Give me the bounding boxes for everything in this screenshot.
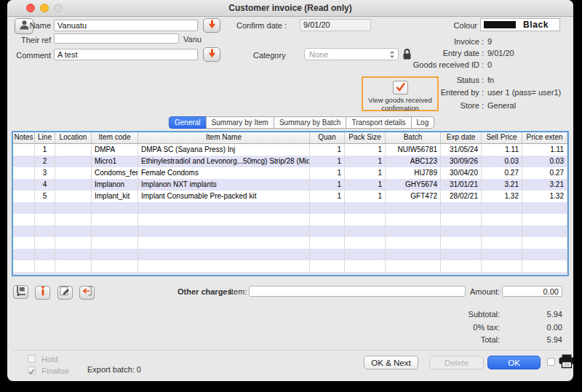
cell-pack-size (345, 272, 386, 276)
cell-sell-price: 0.03 (482, 156, 522, 167)
print-checkbox[interactable] (547, 358, 555, 366)
tax-label: 0% tax: (371, 323, 500, 332)
info-value-store: General (487, 101, 516, 110)
table-row-empty (13, 237, 567, 249)
cell-sell-price: 1.11 (482, 144, 522, 156)
column-header-pack-size[interactable]: Pack Size (345, 132, 386, 143)
cell-price-exten (522, 202, 567, 214)
printer-icon (558, 359, 573, 371)
view-goods-label-line2: confirmation (363, 104, 437, 112)
info-row: Entered by :user 1 (pass= user1) (7, 88, 573, 97)
column-header-quan[interactable]: Quan (310, 132, 345, 143)
export-batch-label: Export batch: 0 (87, 365, 141, 374)
cell-item-code: Micro1 (92, 156, 138, 167)
cell-notes (13, 272, 35, 276)
table-row[interactable]: 4ImplanonImplanon NXT implants11GHY56743… (13, 179, 567, 191)
transport-lines-button[interactable] (13, 285, 28, 299)
cell-price-exten: 1.32 (522, 191, 567, 202)
column-header-location[interactable]: Location (55, 132, 92, 143)
cell-notes (13, 214, 35, 225)
hold-checkbox[interactable] (28, 355, 36, 363)
arrow-into-door-icon (81, 286, 92, 299)
finalise-checkbox[interactable] (28, 367, 36, 375)
amount-label: Amount: (412, 287, 500, 296)
column-header-exp-date[interactable]: Exp date (441, 132, 482, 143)
cell-item-name: Female Condoms (138, 167, 310, 179)
amount-input[interactable] (502, 286, 562, 297)
column-header-sell-price[interactable]: Sell Price (482, 132, 522, 143)
cell-item-name: Implant Consumable Pre-packed kit (138, 191, 310, 202)
column-header-line[interactable]: Line (35, 132, 55, 143)
info-label-entry-date: Entry date : (298, 49, 484, 57)
hold-label: Hold (41, 355, 58, 364)
cell-line (35, 214, 55, 225)
tab-transport-details[interactable]: Transport details (346, 116, 411, 129)
info-row: Store :General (7, 101, 573, 111)
info-value-invoice: 9 (487, 37, 492, 46)
name-lookup-button[interactable] (203, 18, 220, 33)
table-row[interactable]: 5Implant_kitImplant Consumable Pre-packe… (13, 191, 567, 202)
colour-picker[interactable]: Black (480, 18, 560, 31)
tab-summary-by-item[interactable]: Summary by Item (206, 116, 274, 129)
column-header-item-name[interactable]: Item Name (138, 132, 310, 143)
table-row[interactable]: 1DMPADMPA SC (Sayana Press) Inj11NUIW567… (13, 144, 567, 156)
column-header-item-code[interactable]: Item code (92, 132, 138, 143)
table-row-empty (13, 202, 567, 214)
cell-batch (386, 272, 441, 276)
cell-item-name (138, 237, 310, 249)
minimize-button[interactable] (40, 4, 49, 12)
cell-sell-price (482, 225, 522, 237)
table-row[interactable]: 2Micro1Ethinylestradiol and Levonorg...5… (13, 156, 567, 167)
column-header-price-exten[interactable]: Price exten (522, 132, 567, 143)
cell-line: 3 (35, 167, 55, 179)
cell-quan (310, 225, 345, 237)
finalise-label: Finalise (41, 367, 69, 375)
cell-batch: GFT472 (386, 191, 441, 202)
cell-line: 2 (35, 156, 55, 167)
info-value-status: fn (487, 76, 494, 84)
cell-notes (13, 260, 35, 272)
info-value-goods-received-id: 0 (487, 60, 492, 69)
edit-line-button[interactable] (57, 286, 73, 300)
cell-item-name (138, 249, 310, 260)
info-label-invoice: Invoice : (298, 37, 484, 46)
cell-location (55, 260, 92, 272)
cell-quan: 1 (310, 191, 345, 202)
printer-button[interactable] (558, 354, 573, 372)
close-button[interactable] (26, 4, 35, 12)
info-row: Status :fn (7, 76, 573, 85)
cell-sell-price (482, 272, 522, 276)
cell-price-exten (522, 225, 567, 237)
cell-location (55, 144, 92, 156)
cell-batch: NUIW56781 (386, 144, 441, 156)
info-row: Goods received ID :0 (7, 60, 573, 70)
column-header-batch[interactable]: Batch (386, 132, 441, 143)
name-input[interactable] (54, 20, 198, 31)
cell-location (55, 272, 92, 276)
ok-button[interactable]: OK (487, 356, 541, 369)
cell-pack-size (345, 249, 386, 260)
cell-sell-price (482, 260, 522, 272)
table-header-row: NotesLineLocationItem codeItem NameQuanP… (13, 132, 567, 144)
cell-location (55, 202, 92, 214)
tab-log[interactable]: Log (411, 116, 435, 129)
goods-received-checkbox[interactable] (393, 81, 408, 95)
tab-general[interactable]: General (169, 116, 207, 129)
ok-next-button[interactable]: OK & Next (364, 356, 418, 369)
cell-pack-size: 1 (345, 179, 386, 191)
cell-sell-price: 3.21 (482, 179, 522, 191)
view-goods-received-button[interactable]: View goods received confirmation (362, 76, 439, 111)
confirm-date-field[interactable]: 9/01/20 (300, 19, 371, 31)
cell-item-name (138, 214, 310, 225)
item-label: Item: (229, 287, 247, 296)
remove-line-button[interactable] (79, 286, 95, 300)
cell-quan (310, 237, 345, 249)
line-info-button[interactable] (35, 286, 50, 300)
table-row[interactable]: 3Condoms_femFemale Condoms11HIJ78930/04/… (13, 167, 567, 179)
tab-summary-by-batch[interactable]: Summary by Batch (274, 116, 346, 129)
cell-line (35, 225, 55, 237)
cell-pack-size (345, 260, 386, 272)
other-charges-label: Other charges (178, 287, 232, 296)
cell-price-exten: 1.11 (522, 144, 567, 156)
column-header-notes[interactable]: Notes (13, 132, 35, 143)
